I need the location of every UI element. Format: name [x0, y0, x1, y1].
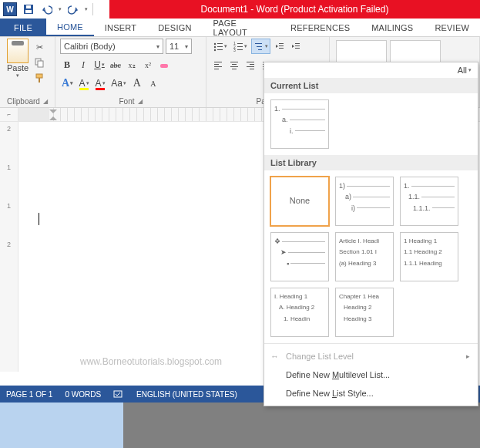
bold-button[interactable]: B — [60, 57, 74, 72]
svg-rect-6 — [39, 78, 40, 83]
align-left-button[interactable] — [211, 57, 225, 72]
vertical-ruler[interactable]: 2 1 1 2 — [0, 122, 18, 372]
svg-rect-28 — [295, 48, 300, 49]
shrink-font-button[interactable]: A — [146, 76, 160, 91]
svg-rect-35 — [230, 66, 238, 67]
ruler-corner: ⌐ — [0, 108, 18, 121]
define-new-list-style[interactable]: Define New List Style... — [264, 384, 478, 403]
save-icon[interactable] — [22, 2, 35, 16]
svg-rect-22 — [258, 49, 262, 50]
font-color-button[interactable]: A▾ — [93, 76, 107, 91]
submenu-arrow-icon: ▸ — [466, 352, 470, 360]
svg-rect-24 — [279, 45, 284, 46]
window-title: Document1 - Word (Product Activation Fai… — [109, 0, 480, 19]
svg-rect-5 — [36, 74, 42, 78]
svg-rect-32 — [214, 69, 219, 69]
svg-point-8 — [214, 43, 216, 45]
clear-formatting-icon[interactable] — [157, 57, 171, 72]
underline-button[interactable]: U▾ — [92, 57, 106, 72]
indent-marker-icon[interactable] — [49, 109, 57, 117]
svg-rect-15 — [237, 43, 243, 44]
clipboard-dialog-launcher-icon[interactable]: ◢ — [43, 98, 48, 105]
svg-rect-9 — [217, 43, 223, 44]
tile-none[interactable]: None — [270, 177, 329, 226]
section-list-library: List Library — [264, 155, 478, 170]
define-new-multilevel-list[interactable]: Define New Multilevel List... — [264, 365, 478, 384]
svg-point-12 — [214, 49, 216, 51]
align-center-button[interactable] — [227, 57, 241, 72]
tab-review[interactable]: REVIEW — [424, 19, 480, 36]
tab-page-layout[interactable]: PAGE LAYOUT — [203, 19, 280, 36]
tab-mailings[interactable]: MAILINGS — [361, 19, 424, 36]
font-dialog-launcher-icon[interactable]: ◢ — [138, 98, 143, 105]
font-size-combo[interactable]: 11▾ — [166, 39, 192, 54]
clipboard-icon — [7, 39, 29, 63]
svg-rect-11 — [217, 46, 223, 47]
tab-insert[interactable]: INSERT — [94, 19, 147, 36]
bullets-button[interactable]: ▾ — [211, 39, 229, 54]
app-icon: W — [3, 2, 17, 16]
status-language[interactable]: ENGLISH (UNITED STATES) — [136, 390, 237, 399]
multilevel-list-dropdown: All ▾ Current List 1. a. i. List Library… — [263, 62, 478, 406]
change-level-icon: ↔ — [270, 352, 279, 361]
svg-rect-21 — [257, 46, 262, 47]
superscript-button[interactable]: x² — [141, 57, 155, 72]
subscript-button[interactable]: x₂ — [125, 57, 139, 72]
clipboard-group-label: Clipboard — [7, 97, 40, 106]
tile-bullets[interactable]: ❖ ➤ ▪ — [270, 232, 329, 281]
status-page[interactable]: PAGE 1 OF 1 — [6, 390, 52, 399]
highlight-button[interactable]: A▾ — [77, 76, 91, 91]
font-name-combo[interactable]: Calibri (Body)▾ — [60, 39, 163, 54]
decrease-indent-button[interactable] — [273, 39, 287, 54]
svg-rect-2 — [26, 5, 31, 8]
qat-customize-icon[interactable]: ▾ — [85, 6, 88, 12]
redo-icon[interactable] — [66, 2, 80, 16]
increase-indent-button[interactable] — [289, 39, 303, 54]
tile-num-dot[interactable]: 1. 1.1. 1.1.1. — [400, 177, 458, 226]
text-effects-button[interactable]: A▾ — [60, 76, 75, 91]
tile-current-list[interactable]: 1. a. i. — [270, 99, 329, 149]
multilevel-list-button[interactable]: ▾ — [251, 39, 270, 54]
undo-dropdown-icon[interactable]: ▾ — [59, 6, 62, 12]
svg-rect-1 — [25, 10, 32, 13]
tile-roman[interactable]: I. Heading 1 A. Heading 2 1. Headin — [270, 288, 329, 337]
svg-rect-27 — [295, 45, 300, 46]
status-words[interactable]: 0 WORDS — [65, 390, 101, 399]
document-page[interactable] — [32, 136, 279, 352]
numbering-button[interactable]: 123▾ — [231, 39, 249, 54]
list-filter-all[interactable]: All ▾ — [458, 66, 472, 75]
status-proofing-icon[interactable] — [113, 389, 124, 399]
svg-rect-7 — [160, 64, 168, 68]
copy-icon[interactable] — [32, 56, 46, 69]
svg-rect-48 — [114, 391, 122, 397]
tab-design[interactable]: DESIGN — [147, 19, 202, 36]
tile-num-alpha[interactable]: 1) a) i) — [335, 177, 394, 226]
svg-rect-40 — [250, 69, 254, 69]
tab-references[interactable]: REFERENCES — [280, 19, 361, 36]
cut-icon[interactable]: ✂ — [32, 40, 46, 54]
change-case-button[interactable]: Aa▾ — [109, 76, 128, 91]
svg-rect-25 — [279, 48, 284, 49]
svg-rect-37 — [247, 62, 254, 62]
strikethrough-button[interactable]: abc — [109, 57, 123, 72]
tab-file[interactable]: FILE — [0, 19, 46, 36]
svg-rect-36 — [232, 69, 237, 69]
grow-font-button[interactable]: A — [130, 76, 144, 91]
paste-button[interactable]: Paste ▾ — [5, 39, 31, 96]
font-group-label: Font — [119, 97, 134, 106]
format-painter-icon[interactable] — [32, 71, 46, 85]
undo-icon[interactable] — [40, 2, 54, 16]
svg-rect-13 — [217, 49, 223, 50]
tile-chapter[interactable]: Chapter 1 Hea Heading 2 Heading 3 — [335, 288, 394, 337]
tile-heading-num[interactable]: 1 Heading 1 1.1 Heading 2 1.1.1 Heading — [400, 232, 458, 281]
paste-label: Paste — [7, 63, 29, 72]
italic-button[interactable]: I — [76, 57, 90, 72]
tab-home[interactable]: HOME — [46, 19, 94, 36]
svg-rect-23 — [279, 43, 284, 44]
svg-rect-29 — [214, 62, 222, 62]
watermark-text: www.Borneotutorials.blogspot.com — [80, 356, 222, 367]
text-cursor — [39, 213, 39, 225]
tile-article[interactable]: Article I. Headi Section 1.01 I (a) Head… — [335, 232, 394, 281]
svg-rect-4 — [38, 61, 43, 67]
align-right-button[interactable] — [243, 57, 257, 72]
